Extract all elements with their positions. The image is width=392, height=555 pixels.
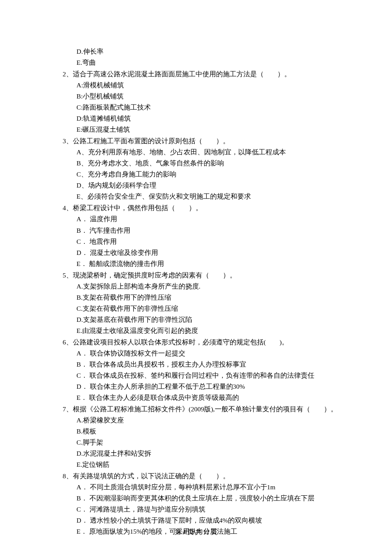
option-text: A． 联合体协议随投标文件一起提交: [77, 348, 339, 359]
option-text: A． 不同土质混合填筑时应分层，每种填料层累计总厚不宜小于1m: [77, 482, 339, 493]
question-text: 适合于高速公路水泥混凝土路面面层施工中使用的施工方法是（ ）。: [73, 70, 291, 78]
option-text: B.支架在荷载作用下的弹性压缩: [77, 292, 339, 303]
question-number: 2、: [63, 70, 73, 78]
question-text: 桥梁工程设计中，偶然作用包括（ ）。: [73, 204, 202, 211]
page-footer: 第 4 页 共 12 页: [0, 527, 392, 537]
question-stem: 3、公路工程施工平面布置图的设计原则包括（ ）。: [77, 136, 339, 147]
option-text: E． 船舶或漂流物的撞击作用: [77, 258, 339, 269]
option-text: C.脚手架: [77, 437, 339, 448]
option-text: B、充分考虑水文、地质、气象等自然条件的影响: [77, 158, 339, 169]
footer-middle: 页 共: [186, 529, 203, 535]
question-stem: 5、现浇梁桥时，确定预拱度时应考虑的因素有（ ）。: [77, 270, 339, 281]
option-text: D:轨道摊铺机铺筑: [77, 113, 339, 124]
option-text: A.桥梁橡胶支座: [77, 415, 339, 426]
option-text: C． 河滩路堤填土，路堤与护道应分别填筑: [77, 504, 339, 515]
question-text: 公路工程施工平面布置图的设计原则包括（ ）。: [73, 137, 230, 145]
option-text: C:路面板装配式施工技术: [77, 102, 339, 113]
question-text: 现浇梁桥时，确定预拱度时应考虑的因素有（ ）。: [73, 272, 236, 279]
question-stem: 7、根据《公路工程标准施工招标文件件》(2009版),一般不单独计量支付的项目有…: [77, 404, 339, 415]
option-text: B:小型机械铺筑: [77, 91, 339, 102]
question-number: 3、: [63, 137, 73, 145]
option-text: A:滑模机械铺筑: [77, 80, 339, 91]
option-text: E.弯曲: [77, 57, 339, 68]
footer-total-pages: 12: [203, 529, 210, 535]
option-text: B． 汽车撞击作用: [77, 225, 339, 236]
question-number: 4、: [63, 204, 73, 211]
option-text: A.支架拆除后上部构造本身所产生的挠度.: [77, 281, 339, 292]
question-text: 根据《公路工程标准施工招标文件件》(2009版),一般不单独计量支付的项目有（ …: [73, 405, 337, 413]
option-text: D． 混凝土收缩及徐变作用: [77, 247, 339, 258]
option-text: E、必须符合安全生产、保安防火和文明施工的规定和要求: [77, 191, 339, 202]
option-text: C.支架在荷载作用下的非弹性压缩: [77, 303, 339, 314]
option-text: E:碾压混凝土铺筑: [77, 124, 339, 135]
option-text: A、充分利用原有地形、地物、少占农田、因地制宜，以降低工程成本: [77, 147, 339, 158]
question-number: 6、: [63, 338, 73, 346]
question-number: 8、: [63, 472, 73, 480]
option-text: D.水泥混凝土拌和站安拆: [77, 448, 339, 459]
question-text: 有关路堤填筑的方式，以下说法正确的是（ ）。: [73, 472, 230, 480]
option-text: D． 透水性较小的土填筑于路堤下层时，应做成4%的双向横坡: [77, 515, 339, 526]
question-number: 5、: [63, 272, 73, 279]
question-text: 公路建设项目投标人以联合体形式投标时，必须遵守的规定包括( )。: [73, 338, 288, 346]
option-text: D． 联合体主办人所承担的工程量不低于总工程量的30%: [77, 381, 339, 392]
question-number: 7、: [63, 405, 73, 413]
footer-current-page: 4: [183, 529, 186, 535]
question-stem: 2、适合于高速公路水泥混凝土路面面层施工中使用的施工方法是（ ）。: [77, 69, 339, 80]
option-text: C． 地震作用: [77, 236, 339, 247]
option-text: B． 不因潮湿影响而变更其体积的优良土应填在上层，强度较小的土应填在下层: [77, 493, 339, 504]
footer-suffix: 页: [209, 529, 217, 535]
option-text: D.支架基底在荷载作用下的非弹性沉陷: [77, 314, 339, 325]
option-text: D.伸长率: [77, 46, 339, 57]
option-text: E.定位钢筋: [77, 459, 339, 470]
option-text: B.模板: [77, 426, 339, 437]
question-stem: 4、桥梁工程设计中，偶然作用包括（ ）。: [77, 202, 339, 214]
footer-prefix: 第: [175, 529, 183, 535]
question-stem: 6、公路建设项目投标人以联合体形式投标时，必须遵守的规定包括( )。: [77, 337, 339, 348]
option-text: D、场内规划必须科学合理: [77, 180, 339, 191]
option-text: E.由混凝土收缩及温度变化而引起的挠度: [77, 325, 339, 336]
question-stem: 8、有关路堤填筑的方式，以下说法正确的是（ ）。: [77, 471, 339, 482]
option-text: E． 联合体主办人必须是联合体成员中资质等级最高的: [77, 392, 339, 403]
document-page: D.伸长率 E.弯曲 2、适合于高速公路水泥混凝土路面面层施工中使用的施工方法是…: [0, 0, 392, 555]
option-text: B． 联合体各成员出具授权书，授权主办人办理投标事宜: [77, 359, 339, 370]
option-text: C． 联合体成员在投标、签约和履行合同过程中，负有连带的和各自的法律责任: [77, 370, 339, 381]
option-text: A． 温度作用: [77, 214, 339, 225]
option-text: C、充分考虑自身施工能力的影响: [77, 169, 339, 180]
